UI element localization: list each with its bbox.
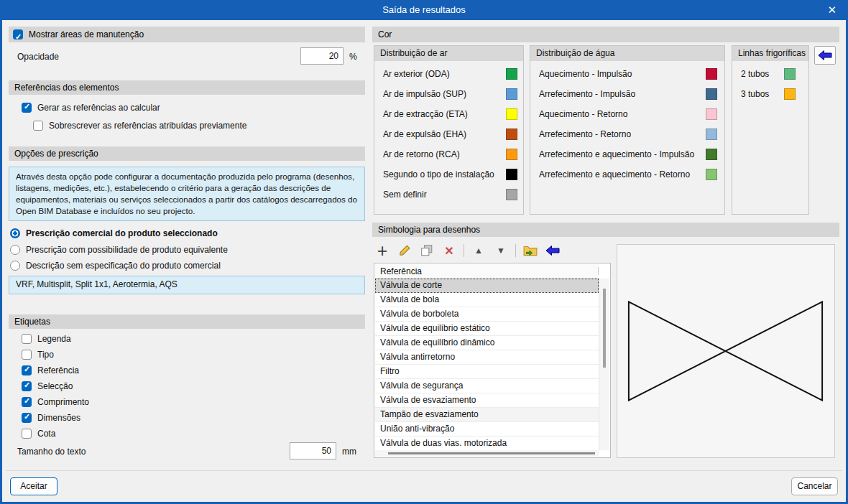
- color-row: Ar de expulsão (EHA): [374, 128, 523, 141]
- color-swatch-both-return[interactable]: [706, 169, 717, 180]
- color-swatch-oda[interactable]: [506, 68, 517, 80]
- color-swatch-by-installation[interactable]: [506, 169, 517, 180]
- close-icon[interactable]: ✕: [827, 4, 837, 17]
- opacity-unit: %: [349, 50, 357, 63]
- radio-equivalent-product[interactable]: [10, 245, 20, 255]
- color-swatch-sup[interactable]: [506, 88, 517, 100]
- list-item[interactable]: Tampão de esvaziamento: [375, 408, 599, 422]
- list-item[interactable]: Válvula de segurança: [375, 379, 599, 393]
- checkbox-cota-label: Cota: [37, 429, 55, 439]
- list-item[interactable]: Válvula de esvaziamento: [375, 393, 599, 408]
- color-row: Ar exterior (ODA): [374, 67, 523, 80]
- generate-references-row: Gerar as referências ao calcular: [22, 101, 160, 114]
- checkbox-legenda-label: Legenda: [37, 334, 71, 344]
- list-item[interactable]: Válvula de borboleta: [375, 307, 599, 322]
- color-swatch-undefined[interactable]: [506, 189, 517, 200]
- color-row: 3 tubos: [732, 88, 808, 101]
- add-icon[interactable]: [374, 242, 390, 259]
- color-swatch-both-supply[interactable]: [706, 149, 717, 160]
- color-row: Arrefecimento e aquecimento - Retorno: [530, 168, 724, 181]
- section-labels-title: Etiquetas: [14, 317, 50, 327]
- duplicate-icon[interactable]: [419, 242, 435, 259]
- color-swatch-cool-supply[interactable]: [706, 88, 717, 100]
- toolbar-separator: [515, 244, 516, 257]
- water-heat-supply-label: Aquecimento - Impulsão: [539, 67, 632, 80]
- checkbox-dimensoes[interactable]: [22, 413, 32, 423]
- prescription-option-row: Prescrição comercial do produto seleccio…: [10, 227, 218, 240]
- color-row: Sem definir: [374, 188, 523, 201]
- water-distribution-title: Distribuição de água: [530, 46, 724, 61]
- opacity-input[interactable]: [300, 47, 344, 65]
- checkbox-seleccao-label: Selecção: [37, 381, 73, 391]
- checkbox-referencia[interactable]: [22, 365, 32, 375]
- prescription-option-row: Prescrição com possibilidade de produto …: [10, 243, 228, 256]
- label-row: Legenda: [22, 332, 71, 345]
- list-item[interactable]: Válvula de duas vias. motorizada: [375, 437, 599, 451]
- color-swatch-cool-return[interactable]: [706, 129, 717, 140]
- edit-icon[interactable]: [397, 242, 413, 259]
- list-item[interactable]: Válvula de corte: [375, 279, 599, 293]
- radio-commercial-prescription[interactable]: [10, 228, 20, 238]
- footer-separator: [6, 470, 842, 471]
- label-row: Cota: [22, 427, 55, 440]
- list-item[interactable]: Válvula de bola: [375, 293, 599, 307]
- list-item[interactable]: União anti-vibração: [375, 422, 599, 437]
- list-item[interactable]: Válvula de equilíbrio dinâmico: [375, 336, 599, 350]
- label-row: Referência: [22, 364, 79, 377]
- color-swatch-eha[interactable]: [506, 129, 517, 140]
- text-size-input[interactable]: [290, 442, 336, 459]
- vertical-scrollbar[interactable]: [599, 279, 609, 450]
- air-oda-label: Ar exterior (ODA): [383, 67, 450, 80]
- list-item[interactable]: Filtro: [375, 365, 599, 379]
- checkbox-seleccao[interactable]: [22, 381, 32, 391]
- maintenance-checkbox[interactable]: [13, 29, 23, 39]
- checkbox-tipo[interactable]: [22, 350, 32, 360]
- checkbox-comprimento[interactable]: [22, 397, 32, 407]
- move-up-icon[interactable]: [471, 242, 487, 259]
- horizontal-scrollbar[interactable]: [375, 450, 599, 457]
- restore-colors-button[interactable]: [814, 46, 836, 65]
- move-down-icon[interactable]: [493, 242, 509, 259]
- color-row: Arrefecimento e aquecimento - Impulsão: [530, 148, 724, 161]
- prescription-value-box: VRF, Multisplit, Split 1x1, Aerotermia, …: [9, 276, 365, 294]
- color-swatch-rca[interactable]: [506, 149, 517, 160]
- delete-icon[interactable]: [441, 242, 457, 259]
- vertical-scrollbar-thumb[interactable]: [603, 289, 606, 368]
- horizontal-scrollbar-thumb[interactable]: [388, 452, 595, 454]
- list-column-header: Referência: [375, 264, 599, 279]
- accept-button[interactable]: Aceitar: [10, 477, 57, 495]
- section-color-title: Cor: [378, 29, 392, 39]
- air-undefined-label: Sem definir: [383, 188, 427, 201]
- list-item[interactable]: Válvula de equilíbrio estático: [375, 322, 599, 336]
- color-swatch-eta[interactable]: [506, 108, 517, 120]
- import-folder-icon[interactable]: [522, 242, 538, 259]
- color-row: Aquecimento - Impulsão: [530, 67, 724, 80]
- section-maintenance-header: Mostrar áreas de manutenção: [9, 27, 365, 42]
- valve-symbol: [617, 245, 834, 457]
- text-size-unit: mm: [342, 445, 356, 458]
- generate-references-label: Gerar as referências ao calcular: [37, 103, 160, 113]
- list-item[interactable]: Válvula antirretorno: [375, 350, 599, 365]
- symbology-toolbar: [374, 241, 561, 260]
- checkbox-comprimento-label: Comprimento: [37, 397, 89, 407]
- color-swatch-heat-supply[interactable]: [706, 68, 717, 80]
- color-swatch-two-pipes[interactable]: [784, 68, 796, 80]
- maintenance-label: Mostrar áreas de manutenção: [29, 27, 144, 42]
- air-rca-label: Ar de retorno (RCA): [383, 148, 460, 161]
- section-references-header: Referências dos elementos: [9, 80, 365, 95]
- cancel-button[interactable]: Cancelar: [791, 477, 838, 495]
- restore-symbology-arrow-icon[interactable]: [545, 242, 561, 259]
- water-cool-supply-label: Arrefecimento - Impulsão: [539, 88, 635, 101]
- checkbox-legenda[interactable]: [22, 334, 32, 344]
- overwrite-references-checkbox[interactable]: [33, 121, 43, 131]
- air-sup-label: Ar de impulsão (SUP): [383, 88, 466, 101]
- section-symbology-title: Simbologia para desenhos: [378, 225, 480, 235]
- color-swatch-three-pipes[interactable]: [784, 88, 796, 100]
- air-by-installation-label: Segundo o tipo de instalação: [383, 168, 494, 181]
- checkbox-tipo-label: Tipo: [37, 350, 54, 360]
- checkbox-cota[interactable]: [22, 429, 32, 439]
- color-swatch-heat-return[interactable]: [706, 108, 717, 120]
- radio-no-commercial-spec[interactable]: [10, 261, 20, 271]
- generate-references-checkbox[interactable]: [22, 103, 32, 113]
- water-cool-return-label: Arrefecimento - Retorno: [539, 128, 631, 141]
